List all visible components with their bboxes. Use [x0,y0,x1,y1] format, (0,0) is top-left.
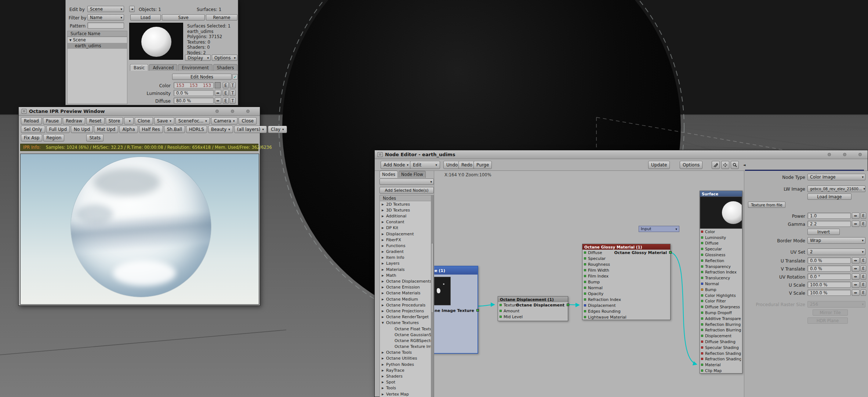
ipr-toolbar-button[interactable]: (all layers) [234,126,267,133]
node-input-socket[interactable] [500,304,502,306]
tab-nodes[interactable]: Nodes [379,171,398,178]
ipr-toolbar-button[interactable]: SceneFoc... [175,117,210,125]
node-category-item[interactable]: ▶ Constant [380,219,433,225]
options-dropdown[interactable]: Options [212,55,237,61]
node-connection-wire[interactable] [671,252,697,364]
ipr-toolbar-button[interactable]: Alpha [119,126,138,133]
gamma-envelope-button[interactable]: E [861,221,866,227]
window-button-dot[interactable] [843,153,846,156]
node-category-item[interactable]: ▶ Octane Displacements [380,278,433,284]
node-input-socket[interactable] [701,317,703,320]
category-expand-icon[interactable]: ▶ [382,369,386,372]
add-selected-nodes-button[interactable]: Add Selected Node(s) [379,187,434,194]
node-input-row[interactable]: Diffuse Sharpness [700,304,742,310]
node-input-row[interactable]: Color [700,229,742,235]
ipr-toolbar-button[interactable]: HDRLS [186,126,207,133]
node-input-socket[interactable] [584,287,586,289]
category-expand-icon[interactable]: ▶ [382,381,386,384]
node-input-row[interactable]: Reflection [700,258,742,264]
gamma-stepper[interactable]: ◂▸ [852,221,860,227]
node-category-item[interactable]: ▶ Octane Projections [380,308,433,314]
node-octane-glossy-material[interactable]: Octane Glossy Material (1) Diffuse Specu… [582,244,671,320]
category-expand-icon[interactable]: ▶ [382,209,386,212]
node-output-socket[interactable] [567,304,569,306]
ipr-toolbar-button[interactable]: Fix Asp [21,134,42,141]
node-input-socket[interactable] [701,294,703,297]
surface-editor-tab[interactable]: Advanced [149,64,177,71]
node-input-row[interactable]: Translucency [700,275,742,281]
list-item-surface[interactable]: earth_udims [68,43,127,49]
node-input-socket[interactable] [584,275,586,277]
node-input-row[interactable]: Film Index [582,273,670,279]
category-expand-icon[interactable]: ▶ [382,203,386,206]
category-expand-icon[interactable]: ▶ [382,291,386,295]
node-input-row[interactable]: Transparency [700,264,742,269]
node-input-row[interactable]: Specular Shading [700,345,742,350]
node-output-socket[interactable] [476,309,479,312]
node-title[interactable]: Octane Texture Image (1) [434,266,477,275]
node-category-item[interactable]: ▶ Octane Medium [380,296,433,302]
category-expand-icon[interactable]: ▶ [382,226,386,229]
ipr-toolbar-button[interactable]: Clone [135,117,153,125]
node-input-socket[interactable] [701,231,703,233]
node-input-socket[interactable] [701,300,703,302]
category-expand-icon[interactable]: ▶ [382,298,386,301]
node-category-item[interactable]: ▶ Octane Procedurals [380,302,433,308]
ipr-toolbar-button[interactable]: Reload [21,117,42,125]
category-expand-icon[interactable]: ▶ [382,232,386,236]
node-connection-wire[interactable] [568,305,579,305]
node-category-item[interactable]: ▶ DP Kit [380,225,433,231]
uv-set-dropdown[interactable]: 2 [807,249,865,255]
node-input-socket[interactable] [701,306,703,308]
border-mode-dropdown[interactable]: Wrap [807,237,865,244]
node-category-item[interactable]: ▶ Materials [380,266,433,272]
power-field[interactable]: 1.0 [807,213,851,219]
edit-menu-button[interactable]: Edit [410,161,440,169]
node-input-socket[interactable] [701,370,703,372]
power-envelope-button[interactable]: E [861,213,866,219]
node-input-row[interactable]: Normal [582,285,670,291]
node-input-socket[interactable] [701,346,703,349]
color-swatch[interactable] [215,82,221,88]
node-category-item[interactable]: ▶ Shaders [380,373,433,379]
v-translate-field[interactable]: 0.0 % [807,265,851,272]
node-input-row[interactable]: Material [700,362,742,368]
luminosity-texture-button[interactable]: T [230,90,236,96]
uv-rotation-field[interactable]: 0.0 ° [807,273,851,280]
node-input-socket[interactable] [701,335,703,337]
node-input-socket[interactable] [701,242,703,244]
diffuse-envelope-button[interactable]: E [223,98,229,104]
node-category-item[interactable]: ▶ 3D Textures [380,207,433,213]
u-translate-stepper[interactable]: ◂▸ [852,257,860,264]
node-input-socket[interactable] [584,263,586,265]
ipr-toolbar-button[interactable]: Beauty [208,126,233,133]
collapse-panel-button[interactable]: ◄ [129,6,135,12]
node-input-row[interactable]: Bump Dropoff [700,310,742,316]
pan-icon[interactable] [721,161,729,169]
node-input-socket[interactable] [701,277,703,279]
node-input-row[interactable]: Amount [498,308,568,314]
node-graph-canvas[interactable]: X:164 Y:0 Zoom:100% Octane Texture Image… [434,171,744,397]
list-item-scene[interactable]: ▼ Scene [68,37,127,43]
node-input-socket[interactable] [701,283,703,285]
node-category-item[interactable]: ▶ Gradient [380,249,433,255]
edit-nodes-checkbox[interactable]: ✓ [232,74,238,80]
ipr-toolbar-button[interactable]: No Upd [71,126,93,133]
collapse-panel-icon[interactable]: ◄ [740,161,748,169]
node-input-row[interactable]: Displacement [582,302,670,308]
ipr-toolbar-button[interactable] [124,117,134,125]
node-input-socket[interactable] [584,281,586,283]
save-button[interactable]: Save [162,14,205,21]
node-input-socket[interactable] [701,352,703,354]
diffuse-field[interactable]: 80.0 % [174,98,214,104]
node-category-item[interactable]: ▶ 2D Textures [380,201,433,207]
load-image-button[interactable]: Load Image [807,194,851,200]
node-title[interactable]: Octane Displacement (1) [498,297,568,302]
node-input-socket[interactable] [701,236,703,239]
node-input-socket[interactable] [584,251,586,254]
node-category-item[interactable]: Octane RGBSpectrum [380,338,433,343]
node-input-row[interactable]: Specular [700,246,742,252]
node-input-socket[interactable] [584,310,586,312]
category-expand-icon[interactable]: ▶ [382,244,386,247]
node-category-item[interactable]: Octane GaussianSpectr [380,332,433,338]
